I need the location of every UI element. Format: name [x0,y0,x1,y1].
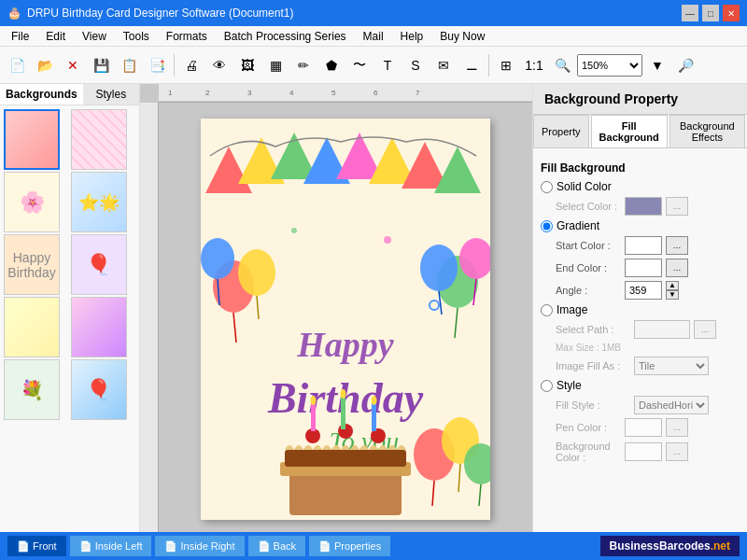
save-button[interactable]: 💾 [88,52,114,78]
tab-property[interactable]: Property [533,115,589,147]
wave-button[interactable]: 〜 [346,52,373,78]
end-color-button[interactable]: … [666,259,688,277]
brand-tld: .net [711,539,730,553]
thumbnail-1[interactable] [4,109,60,170]
angle-down-button[interactable]: ▼ [666,290,679,300]
menu-batch[interactable]: Batch Processing Series [217,28,354,45]
pen-color-label: Pen Color : [556,422,621,433]
panel-tabs: Backgrounds Styles [0,84,139,105]
titlebar: 🎂 DRPU Birthday Card Designer Software (… [0,0,747,26]
menu-buy[interactable]: Buy Now [432,28,492,45]
email-button[interactable]: ✉ [430,52,457,78]
close-button[interactable]: ✕ [723,5,740,21]
tab-properties[interactable]: 📄 Properties [309,536,390,556]
menu-file[interactable]: File [4,28,36,45]
image-radio[interactable] [541,304,553,316]
thumbnail-7[interactable] [4,297,60,357]
thumbnail-4[interactable]: ⭐🌟 [71,172,127,232]
bg-color-swatch[interactable] [625,442,662,461]
wordart-button[interactable]: S [402,52,429,78]
gradient-label[interactable]: Gradient [557,219,599,232]
copy-button[interactable]: 📑 [144,52,170,78]
style-radio[interactable] [541,380,553,392]
max-size-label: Max Size : 1MB [556,343,740,353]
fill-style-select[interactable]: DashedHorizontal Solid Vertical [634,396,709,414]
angle-input[interactable] [625,281,662,300]
thumbnail-2[interactable] [71,109,127,170]
text-button[interactable]: T [374,52,401,78]
tab-backgrounds[interactable]: Backgrounds [0,84,83,105]
angle-up-button[interactable]: ▲ [666,281,679,290]
zoom-select[interactable]: 150% 100% 75% 50% 200% [577,54,642,77]
grid-button[interactable]: ⊞ [493,52,519,78]
thumbnail-9[interactable]: 💐 [4,359,60,420]
menu-view[interactable]: View [75,28,114,45]
tab-inside-left[interactable]: 📄 Inside Left [70,536,152,556]
svg-point-52 [372,396,377,405]
pen-color-button[interactable]: … [666,418,688,437]
panel-title: Background Property [533,84,747,115]
gradient-row: Gradient [541,219,740,232]
menu-edit[interactable]: Edit [38,28,73,45]
card-canvas[interactable]: Happy Birthday To you [201,119,490,520]
preview-button[interactable]: 👁 [206,52,233,78]
select-color-button[interactable]: … [666,197,688,216]
tab-background-effects[interactable]: Background Effects [669,115,745,147]
delete-button[interactable]: ✕ [60,52,86,78]
image-label[interactable]: Image [557,303,587,316]
thumbnail-5[interactable]: HappyBirthday [4,234,60,295]
thumbnail-10[interactable]: 🎈 [71,359,127,420]
thumbnail-6[interactable]: 🎈 [71,234,127,295]
menu-formats[interactable]: Formats [159,28,215,45]
ratio-button[interactable]: 1:1 [521,52,547,78]
tool2-button[interactable]: ⚊ [458,52,485,78]
svg-text:7: 7 [416,89,420,97]
barcode-button[interactable]: ▦ [262,52,289,78]
print-button[interactable]: 🖨 [178,52,204,78]
solid-color-label[interactable]: Solid Color [557,180,612,193]
tab-front[interactable]: 📄 Front [7,536,66,556]
shape-button[interactable]: ⬟ [318,52,345,78]
svg-point-21 [238,249,275,296]
style-label[interactable]: Style [557,379,582,392]
tab-back[interactable]: 📄 Back [248,536,305,556]
zoom-dropdown-button[interactable]: ▼ [644,52,670,78]
maximize-button[interactable]: □ [702,5,719,21]
pen-button[interactable]: ✏ [290,52,317,78]
menu-tools[interactable]: Tools [116,28,157,45]
image-fill-select[interactable]: Tile Stretch Center [634,357,709,375]
canvas-area[interactable]: 1 2 3 4 5 6 7 [140,84,532,532]
svg-rect-43 [285,450,406,467]
bg-color-button[interactable]: … [666,442,688,461]
zoom-out-button[interactable]: 🔎 [672,52,698,78]
select-color-row: Select Color : … [556,197,740,216]
menu-mail[interactable]: Mail [356,28,391,45]
thumbnail-3[interactable]: 🌸 [4,172,60,232]
svg-text:1: 1 [168,89,173,97]
gradient-radio[interactable] [541,220,553,232]
select-color-swatch[interactable] [625,197,662,216]
image-fill-row: Image Fill As : Tile Stretch Center [556,357,740,375]
bg-color-label: Background Color : [556,441,621,463]
minimize-button[interactable]: — [682,5,698,21]
thumbnail-8[interactable] [71,297,127,357]
tab-inside-right[interactable]: 📄 Inside Right [155,536,244,556]
start-color-swatch[interactable] [625,236,662,255]
zoom-in-button[interactable]: 🔍 [549,52,575,78]
pen-color-swatch[interactable] [625,418,662,437]
new-button[interactable]: 📄 [4,52,30,78]
tab-fill-background[interactable]: Fill Background [591,115,668,147]
open-button[interactable]: 📂 [32,52,58,78]
menubar: File Edit View Tools Formats Batch Proce… [0,26,747,47]
start-color-button[interactable]: … [666,236,688,255]
path-browse-button[interactable]: … [694,320,716,339]
end-color-swatch[interactable] [625,259,662,277]
brand-badge: BusinessBarcodes.net [600,536,740,556]
image-button[interactable]: 🖼 [234,52,261,78]
tab-styles[interactable]: Styles [83,84,139,105]
solid-color-radio[interactable] [541,181,553,193]
path-input[interactable] [634,320,690,339]
save-as-button[interactable]: 📋 [116,52,142,78]
menu-help[interactable]: Help [393,28,431,45]
svg-text:Happy: Happy [296,325,394,364]
